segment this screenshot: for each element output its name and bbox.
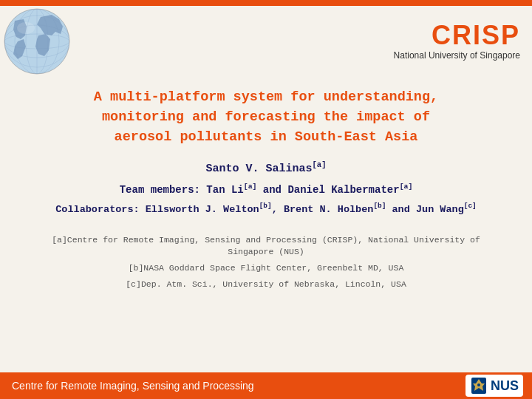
- collaborators: Collaborators: Ellsworth J. Welton[b], B…: [55, 202, 477, 215]
- globe-area: [0, 6, 81, 76]
- main-content: A multi-platform system for understandin…: [0, 76, 532, 372]
- slide-container: CRISP National University of Singapore A…: [0, 0, 532, 399]
- nus-logo-footer: NUS: [466, 375, 523, 397]
- team-members: Team members: Tan Li[a] and Daniel Kalbe…: [120, 183, 413, 196]
- affiliations: [a]Centre for Remote Imaging, Sensing an…: [30, 234, 502, 290]
- nus-logo-text: NUS: [491, 378, 519, 394]
- affiliation-b: [b]NASA Goddard Space Flight Center, Gre…: [30, 262, 502, 274]
- header: CRISP National University of Singapore: [0, 6, 532, 76]
- affiliation-c: [c]Dep. Atm. Sci., University of Nebrask…: [30, 279, 502, 290]
- nus-crest-icon: [470, 376, 488, 395]
- affiliation-a: [a]Centre for Remote Imaging, Sensing an…: [30, 234, 502, 258]
- footer-bar: Centre for Remote Imaging, Sensing and P…: [0, 372, 532, 399]
- svg-point-8: [17, 22, 35, 34]
- nus-subtitle: National University of Singapore: [394, 50, 520, 61]
- author-name: Santo V. Salinas[a]: [206, 160, 327, 175]
- footer-text: Centre for Remote Imaging, Sensing and P…: [12, 380, 254, 392]
- crisp-logo: CRISP: [432, 22, 520, 49]
- presentation-title: A multi-platform system for understandin…: [94, 88, 438, 147]
- svg-point-11: [477, 383, 480, 386]
- globe-icon: [0, 6, 81, 76]
- top-bar: [0, 0, 532, 6]
- crisp-logo-area: CRISP National University of Singapore: [394, 22, 532, 61]
